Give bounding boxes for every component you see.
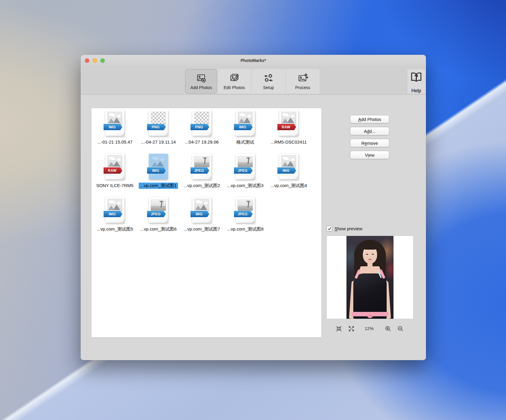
file-page: JPEG: [149, 197, 168, 223]
file-item[interactable]: RAW SONY ILCE-7RM5: [93, 153, 137, 196]
file-type-badge: IMG: [239, 125, 248, 129]
file-page: PNG: [192, 110, 211, 136]
file-page: IMG: [105, 197, 124, 223]
view-button[interactable]: View: [350, 151, 389, 159]
file-label: ...-04-27 19.11.14: [139, 139, 177, 145]
file-item[interactable]: PNG ...04-27 19.29.06: [180, 109, 224, 153]
add-photos-icon: [196, 73, 207, 84]
title-bar: PhotoMarks*: [81, 55, 426, 66]
file-label: 格式测试: [235, 139, 256, 145]
remove-button[interactable]: Remove: [350, 139, 389, 147]
file-page: JPEG: [192, 154, 211, 179]
file-item[interactable]: JPEG ...vp.com_测试图3: [224, 153, 267, 196]
file-type-badge: IMG: [196, 212, 204, 216]
file-page: RAW: [105, 154, 124, 179]
toolbar-item-help[interactable]: Help: [407, 69, 425, 94]
add-button[interactable]: Add...: [350, 127, 389, 135]
preview-image: [346, 236, 393, 319]
file-item[interactable]: IMG ...vp.com_测试图7: [180, 196, 224, 239]
show-preview-checkbox[interactable]: [327, 226, 332, 231]
setup-icon: [263, 73, 274, 84]
file-item[interactable]: IMG ...vp.com_测试图4: [267, 153, 310, 196]
process-icon: [297, 73, 308, 84]
file-icon: IMG: [149, 154, 168, 179]
add-photos-button[interactable]: Add Photos: [350, 115, 389, 123]
file-item[interactable]: RAW ...RM5-DSC02411: [267, 109, 310, 153]
file-label: ...RM5-DSC02411: [269, 139, 308, 145]
file-type-badge: PNG: [195, 125, 205, 129]
file-item[interactable]: JPEG ...vp.com_测试图8: [224, 196, 267, 239]
file-type-badge: RAW: [108, 169, 118, 173]
toolbar-item-setup[interactable]: Setup: [252, 69, 286, 94]
file-item[interactable]: IMG 格式测试: [224, 109, 267, 153]
file-item[interactable]: IMG ...-01-21 15.05.47: [93, 109, 137, 153]
page-curl: [121, 132, 124, 136]
file-icon: PNG: [192, 110, 211, 136]
page-curl: [164, 132, 168, 136]
file-type-ribbon: IMG: [277, 167, 296, 174]
file-type-ribbon: JPEG: [147, 211, 166, 217]
file-page: JPEG: [236, 154, 255, 179]
file-thumbnail: [107, 199, 122, 212]
zoom-in-icon: [385, 326, 391, 332]
file-icon: RAW: [279, 110, 298, 136]
close-button[interactable]: [85, 58, 89, 63]
page-curl: [121, 219, 124, 223]
toolbar-item-process[interactable]: Process: [286, 69, 320, 94]
file-label: ...vp.com_测试图4: [269, 183, 309, 189]
toolbar-item-label: Setup: [263, 85, 274, 90]
zoom-out-button[interactable]: [396, 325, 404, 332]
file-item[interactable]: JPEG ...vp.com_测试图2: [180, 153, 224, 196]
file-thumbnail: [281, 112, 296, 125]
toolbar-item-edit-photos[interactable]: Edit Photos: [217, 69, 252, 94]
file-label: SONY ILCE-7RM5: [95, 183, 135, 188]
page-curl: [207, 175, 211, 179]
minimize-button[interactable]: [93, 58, 97, 63]
file-type-badge: PNG: [152, 125, 161, 129]
file-item[interactable]: PNG ...-04-27 19.11.14: [137, 109, 180, 153]
toolbar-item-add-photos[interactable]: Add Photos: [185, 69, 217, 94]
file-label: ...04-27 19.29.06: [183, 139, 220, 145]
file-type-badge: IMG: [109, 125, 117, 129]
toolbar: Add Photos Edit Photos: [81, 66, 426, 95]
toolbar-group: Add Photos Edit Photos: [185, 69, 320, 94]
file-icon: IMG: [192, 197, 211, 223]
file-page: JPEG: [236, 197, 255, 223]
page-curl: [251, 132, 255, 136]
page-curl: [294, 132, 298, 136]
file-type-ribbon: IMG: [190, 211, 209, 217]
page-curl: [207, 132, 211, 136]
show-preview-label: Show preview: [335, 226, 362, 231]
file-item[interactable]: IMG ...vp.com_测试图5: [93, 196, 137, 239]
file-type-ribbon: JPEG: [234, 211, 253, 217]
file-icon: RAW: [105, 154, 124, 179]
file-label: ...vp.com_测试图8: [226, 226, 265, 232]
actual-size-button[interactable]: [347, 325, 355, 332]
preview-controls: 12%: [327, 323, 413, 334]
toolbar-item-label: Help: [411, 88, 421, 94]
file-item[interactable]: JPEG ...vp.com_测试图6: [137, 196, 180, 239]
file-type-badge: IMG: [152, 169, 161, 173]
file-type-ribbon: JPEG: [190, 167, 209, 174]
file-page: IMG: [236, 110, 255, 136]
file-label: ...vp.com_测试图7: [182, 226, 222, 232]
fit-to-window-button[interactable]: [335, 325, 343, 332]
page-curl: [294, 175, 298, 179]
zoom-in-button[interactable]: [384, 325, 392, 332]
edit-photos-icon: [229, 73, 240, 84]
zoom-button[interactable]: [100, 58, 105, 63]
file-type-badge: RAW: [282, 125, 292, 129]
checkmark-icon: [327, 227, 332, 231]
file-type-ribbon: IMG: [147, 167, 166, 174]
file-item[interactable]: IMG ...vp.com_测试图1: [137, 153, 180, 196]
expand-arrows-icon: [348, 326, 354, 332]
toolbar-item-label: Add Photos: [190, 85, 212, 90]
preview-panel: [327, 236, 413, 319]
file-type-badge: IMG: [282, 169, 291, 173]
file-page: IMG: [105, 110, 124, 136]
app-window: PhotoMarks* Add Photos: [81, 55, 426, 360]
window-content: IMG ...-01-21 15.05.47 PNG: [81, 95, 426, 360]
file-page: IMG: [149, 154, 168, 179]
zoom-level: 12%: [365, 326, 374, 331]
page-curl: [207, 219, 211, 223]
